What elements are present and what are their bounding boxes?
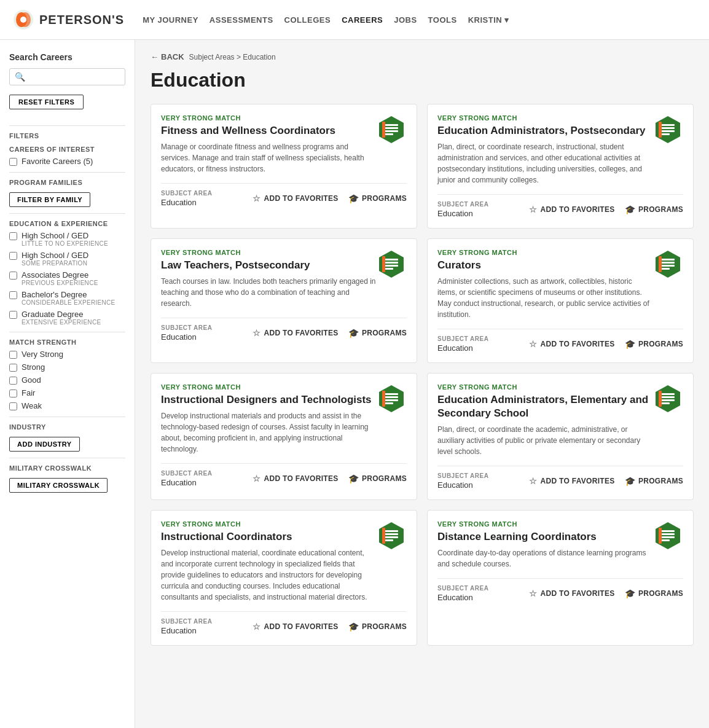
programs-button-4[interactable]: 🎓 PROGRAMS bbox=[348, 474, 407, 483]
subject-area-5: SUBJECT AREA Education bbox=[437, 472, 488, 490]
filter-by-family-button[interactable]: FILTER BY FAMILY bbox=[9, 192, 90, 207]
back-button[interactable]: ← BACK bbox=[151, 52, 184, 61]
nav-careers[interactable]: CAREERS bbox=[342, 15, 383, 25]
subject-area-4: SUBJECT AREA Education bbox=[161, 470, 212, 487]
add-to-favorites-button-6[interactable]: ☆ ADD TO FAVORITES bbox=[253, 622, 338, 632]
svg-rect-6 bbox=[385, 127, 398, 129]
match-checkbox-1[interactable] bbox=[9, 364, 17, 372]
programs-button-6[interactable]: 🎓 PROGRAMS bbox=[348, 622, 407, 632]
filters-heading: Filters bbox=[9, 132, 125, 139]
add-to-favorites-button-4[interactable]: ☆ ADD TO FAVORITES bbox=[253, 474, 338, 483]
page-layout: Search Careers 🔍 RESET FILTERS Filters C… bbox=[0, 40, 709, 728]
edu-item-0: High School / GED LITTLE TO NO EXPERIENC… bbox=[9, 231, 125, 247]
programs-icon-4: 🎓 bbox=[348, 474, 359, 483]
programs-button-5[interactable]: 🎓 PROGRAMS bbox=[625, 476, 683, 486]
programs-button-0[interactable]: 🎓 PROGRAMS bbox=[348, 194, 407, 203]
edu-checkbox-3[interactable] bbox=[9, 291, 17, 299]
edu-label-2: Associates Degree PREVIOUS EXPERIENCE bbox=[22, 270, 98, 286]
add-to-favorites-button-1[interactable]: ☆ ADD TO FAVORITES bbox=[529, 205, 614, 214]
card-title-5: Education Administrators, Elementary and… bbox=[437, 393, 652, 420]
match-checkbox-3[interactable] bbox=[9, 389, 17, 397]
card-footer-1: SUBJECT AREA Education ☆ ADD TO FAVORITE… bbox=[437, 194, 683, 218]
subject-area-1: SUBJECT AREA Education bbox=[437, 201, 488, 218]
programs-button-7[interactable]: 🎓 PROGRAMS bbox=[625, 589, 683, 598]
card-content-3: VERY STRONG MATCH Curators Administer co… bbox=[437, 249, 652, 320]
svg-rect-31 bbox=[385, 399, 398, 401]
card-content-6: VERY STRONG MATCH Instructional Coordina… bbox=[161, 520, 376, 603]
card-icon-6 bbox=[376, 520, 407, 553]
nav-tools[interactable]: TOOLS bbox=[428, 15, 457, 25]
programs-icon-0: 🎓 bbox=[348, 194, 359, 203]
add-to-favorites-button-0[interactable]: ☆ ADD TO FAVORITES bbox=[253, 194, 338, 203]
edu-label-1: High School / GED SOME PREPARATION bbox=[22, 251, 88, 267]
svg-rect-26 bbox=[661, 268, 670, 270]
card-footer-7: SUBJECT AREA Education ☆ ADD TO FAVORITE… bbox=[437, 578, 683, 602]
card-title-3: Curators bbox=[437, 259, 652, 272]
svg-rect-17 bbox=[385, 259, 398, 260]
match-checkbox-0[interactable] bbox=[9, 351, 17, 359]
card-top-2: VERY STRONG MATCH Law Teachers, Postseco… bbox=[161, 249, 407, 309]
nav-colleges[interactable]: COLLEGES bbox=[284, 15, 331, 25]
nav-my-journey[interactable]: MY JOURNEY bbox=[143, 15, 198, 25]
search-box[interactable]: 🔍 bbox=[9, 68, 125, 85]
programs-button-1[interactable]: 🎓 PROGRAMS bbox=[625, 205, 683, 214]
svg-rect-32 bbox=[385, 402, 393, 404]
card-title-6: Instructional Coordinators bbox=[161, 530, 376, 544]
svg-rect-44 bbox=[385, 539, 393, 541]
match-item-2: Good bbox=[9, 375, 125, 385]
favorite-careers-item: Favorite Careers (5) bbox=[9, 157, 125, 166]
svg-rect-35 bbox=[661, 393, 675, 395]
nav-user[interactable]: KRISTIN ▾ bbox=[468, 15, 509, 25]
star-icon-7: ☆ bbox=[529, 589, 537, 598]
match-checkbox-2[interactable] bbox=[9, 377, 17, 385]
navigation: PETERSON'S MY JOURNEY ASSESSMENTS COLLEG… bbox=[0, 0, 709, 40]
add-industry-button[interactable]: ADD INDUSTRY bbox=[9, 437, 80, 452]
edu-checkbox-1[interactable] bbox=[9, 252, 17, 260]
add-to-favorites-button-2[interactable]: ☆ ADD TO FAVORITES bbox=[253, 328, 338, 338]
add-to-favorites-button-3[interactable]: ☆ ADD TO FAVORITES bbox=[529, 339, 614, 349]
card-actions-4: ☆ ADD TO FAVORITES 🎓 PROGRAMS bbox=[253, 474, 407, 483]
card-title-1: Education Administrators, Postsecondary bbox=[437, 124, 652, 138]
star-icon-4: ☆ bbox=[253, 474, 260, 483]
edu-checkbox-4[interactable] bbox=[9, 311, 17, 319]
card-top-6: VERY STRONG MATCH Instructional Coordina… bbox=[161, 520, 407, 603]
programs-button-3[interactable]: 🎓 PROGRAMS bbox=[625, 339, 683, 349]
card-actions-1: ☆ ADD TO FAVORITES 🎓 PROGRAMS bbox=[529, 205, 683, 214]
card-icon-0 bbox=[376, 114, 407, 147]
edu-checkbox-2[interactable] bbox=[9, 272, 17, 280]
divider-1 bbox=[9, 125, 125, 126]
search-input[interactable] bbox=[28, 72, 120, 82]
subject-area-3: SUBJECT AREA Education bbox=[437, 335, 488, 353]
logo[interactable]: PETERSON'S bbox=[12, 9, 124, 31]
svg-rect-21 bbox=[382, 256, 385, 272]
match-checkbox-4[interactable] bbox=[9, 402, 17, 410]
svg-rect-45 bbox=[382, 528, 385, 544]
svg-rect-41 bbox=[385, 530, 398, 532]
card-content-1: VERY STRONG MATCH Education Administrato… bbox=[437, 114, 652, 186]
education-heading: EDUCATION & EXPERIENCE bbox=[9, 220, 125, 227]
add-to-favorites-button-7[interactable]: ☆ ADD TO FAVORITES bbox=[529, 589, 614, 598]
sidebar-title: Search Careers bbox=[9, 52, 125, 62]
logo-text: PETERSON'S bbox=[39, 13, 124, 27]
card-top-7: VERY STRONG MATCH Distance Learning Coor… bbox=[437, 520, 683, 569]
star-icon-0: ☆ bbox=[253, 194, 260, 203]
favorite-careers-checkbox[interactable] bbox=[9, 158, 17, 166]
reset-filters-button[interactable]: RESET FILTERS bbox=[9, 95, 84, 109]
nav-jobs[interactable]: JOBS bbox=[394, 15, 417, 25]
programs-icon-1: 🎓 bbox=[625, 205, 635, 214]
military-crosswalk-button[interactable]: MILITARY CROSSWALK bbox=[9, 478, 108, 493]
svg-rect-50 bbox=[661, 539, 670, 541]
svg-rect-5 bbox=[385, 124, 398, 126]
card-content-4: VERY STRONG MATCH Instructional Designer… bbox=[161, 383, 376, 455]
edu-checkbox-0[interactable] bbox=[9, 232, 17, 240]
programs-icon-2: 🎓 bbox=[348, 328, 359, 338]
svg-rect-20 bbox=[385, 268, 393, 270]
card-title-4: Instructional Designers and Technologist… bbox=[161, 393, 376, 407]
programs-button-2[interactable]: 🎓 PROGRAMS bbox=[348, 328, 407, 338]
svg-rect-49 bbox=[661, 536, 675, 538]
card-icon-1 bbox=[652, 114, 683, 147]
add-to-favorites-button-5[interactable]: ☆ ADD TO FAVORITES bbox=[529, 476, 614, 486]
svg-point-3 bbox=[20, 17, 26, 23]
nav-assessments[interactable]: ASSESSMENTS bbox=[210, 15, 273, 25]
star-icon-6: ☆ bbox=[253, 622, 260, 632]
